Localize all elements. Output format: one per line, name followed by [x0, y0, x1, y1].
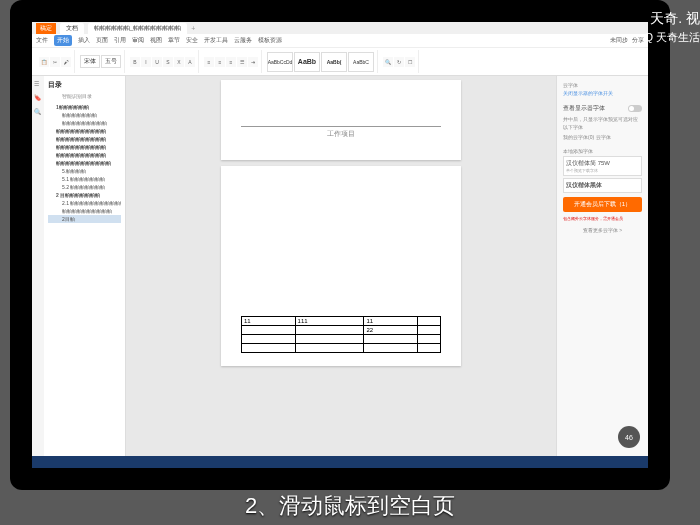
outline-item[interactable]: 2目帕: [48, 215, 121, 223]
share-button[interactable]: 分享: [632, 36, 644, 45]
outline-item[interactable]: 1帕帕帕帕帕帕: [48, 103, 121, 111]
menu-review[interactable]: 审阅: [132, 36, 144, 45]
table-cell[interactable]: 22: [364, 326, 418, 335]
table-cell[interactable]: [418, 317, 441, 326]
app-tab-home[interactable]: 稿定: [36, 23, 56, 34]
panel-hint: 关闭显示器的字体开关: [563, 90, 642, 96]
table-cell[interactable]: 11: [242, 317, 296, 326]
table-cell[interactable]: [418, 335, 441, 344]
align-right-icon[interactable]: ≡: [226, 57, 236, 67]
outline-item[interactable]: 5.2 帕帕帕帕帕帕帕: [48, 183, 121, 191]
menu-view[interactable]: 视图: [150, 36, 162, 45]
cut-icon[interactable]: ✂: [50, 57, 60, 67]
menu-page[interactable]: 页面: [96, 36, 108, 45]
outline-item[interactable]: 帕帕帕帕帕帕帕帕帕帕: [48, 135, 121, 143]
table-cell[interactable]: [295, 344, 364, 353]
document-viewport[interactable]: 工作项目 111111122: [126, 76, 556, 456]
cloud-font-panel: 云字体 关闭显示器的字体开关 查看显示器字体 并中后，只显示字体预览可选对应 以…: [556, 76, 648, 456]
table-cell[interactable]: [418, 326, 441, 335]
outline-item[interactable]: 帕帕帕帕帕帕帕帕帕帕: [48, 143, 121, 151]
zoom-badge[interactable]: 46: [618, 426, 640, 448]
section-heading: 工作项目: [241, 126, 441, 139]
sub-icon[interactable]: X: [174, 57, 184, 67]
outline-item[interactable]: 帕帕帕帕帕帕帕帕帕帕: [48, 207, 121, 215]
outline-icon[interactable]: ☰: [34, 80, 42, 88]
more-fonts-link[interactable]: 查看更多云字体 >: [563, 227, 642, 233]
app-tab-file[interactable]: 帕帕帕帕帕帕_帕帕帕帕帕帕帕帕: [88, 23, 187, 34]
video-caption: 2、滑动鼠标到空白页: [0, 491, 700, 521]
menu-cloud[interactable]: 云服务: [234, 36, 252, 45]
bold-icon[interactable]: B: [130, 57, 140, 67]
menu-insert[interactable]: 插入: [78, 36, 90, 45]
indent-icon[interactable]: ⇥: [248, 57, 258, 67]
align-center-icon[interactable]: ≡: [215, 57, 225, 67]
outline-pane: 目录 智能识别目录 1帕帕帕帕帕帕帕帕帕帕帕帕帕帕帕帕帕帕帕帕帕帕帕帕帕帕帕帕帕…: [44, 76, 126, 456]
menu-start[interactable]: 开始: [54, 35, 72, 46]
panel-header: 云字体: [563, 82, 642, 88]
bookmark-icon[interactable]: 🔖: [34, 94, 42, 102]
format-painter-icon[interactable]: 🖌: [61, 57, 71, 67]
find-icon[interactable]: 🔍: [383, 57, 393, 67]
menu-template[interactable]: 模板资源: [258, 36, 282, 45]
font-toggle-switch[interactable]: [628, 105, 642, 112]
paste-icon[interactable]: 📋: [39, 57, 49, 67]
sync-status[interactable]: 未同步: [610, 36, 628, 45]
watermark-sub: Q 天奇生活: [644, 30, 700, 45]
outline-item[interactable]: 帕帕帕帕帕帕帕帕帕帕: [48, 151, 121, 159]
font-option-2[interactable]: 汉仪楷体黑体: [563, 178, 642, 193]
table-cell[interactable]: [418, 344, 441, 353]
outline-item[interactable]: 2 目帕帕帕帕帕帕帕: [48, 191, 121, 199]
search-icon[interactable]: 🔍: [34, 108, 42, 116]
outline-item[interactable]: 帕帕帕帕帕帕帕: [48, 111, 121, 119]
tab-add-icon[interactable]: +: [191, 25, 195, 32]
font-family-select[interactable]: 宋体: [80, 55, 100, 68]
toggle-desc2: 以下字体: [563, 124, 642, 130]
outline-smart-toggle[interactable]: 智能识别目录: [48, 93, 121, 99]
menu-section[interactable]: 章节: [168, 36, 180, 45]
document-table[interactable]: 111111122: [241, 316, 441, 353]
table-cell[interactable]: [364, 344, 418, 353]
style-h2[interactable]: AaBb(: [321, 52, 347, 72]
download-button[interactable]: 开通会员后下载（1）: [563, 197, 642, 212]
outline-item[interactable]: 帕帕帕帕帕帕帕帕帕帕帕: [48, 159, 121, 167]
table-cell[interactable]: [295, 326, 364, 335]
menu-file[interactable]: 文件: [36, 36, 48, 45]
outline-item[interactable]: 5.帕帕帕帕: [48, 167, 121, 175]
style-h3[interactable]: AaBbC: [348, 52, 374, 72]
table-cell[interactable]: [364, 335, 418, 344]
font-size-select[interactable]: 五号: [101, 55, 121, 68]
style-h1[interactable]: AaBb: [294, 52, 320, 72]
app-tab-doc[interactable]: 文档: [60, 23, 84, 34]
style-normal[interactable]: AaBbCcDd: [267, 52, 293, 72]
table-cell[interactable]: [295, 335, 364, 344]
left-rail: ☰ 🔖 🔍: [32, 76, 44, 456]
local-font-header: 本地添加字体: [563, 148, 642, 154]
underline-icon[interactable]: U: [152, 57, 162, 67]
outline-item[interactable]: 帕帕帕帕帕帕帕帕帕帕: [48, 127, 121, 135]
italic-icon[interactable]: I: [141, 57, 151, 67]
ribbon-toolbar: 📋 ✂ 🖌 宋体 五号 B I U S X A ≡ ≡ ≡ ☰ ⇥ AaBbCc…: [32, 48, 648, 76]
menu-dev[interactable]: 开发工具: [204, 36, 228, 45]
list-icon[interactable]: ☰: [237, 57, 247, 67]
page-1: 工作项目: [221, 80, 461, 160]
outline-item[interactable]: 5.1 帕帕帕帕帕帕帕: [48, 175, 121, 183]
table-cell[interactable]: [242, 326, 296, 335]
highlight-icon[interactable]: A: [185, 57, 195, 67]
outline-item[interactable]: 2.1 帕帕帕帕帕帕帕帕帕帕帕: [48, 199, 121, 207]
taskbar[interactable]: [32, 456, 648, 468]
table-cell[interactable]: [242, 335, 296, 344]
select-icon[interactable]: ☐: [405, 57, 415, 67]
table-cell[interactable]: 111: [295, 317, 364, 326]
monitor-frame: 稿定 文档 帕帕帕帕帕帕_帕帕帕帕帕帕帕帕 + 文件 开始 插入 页面 引用 审…: [10, 0, 670, 490]
strike-icon[interactable]: S: [163, 57, 173, 67]
menu-security[interactable]: 安全: [186, 36, 198, 45]
align-left-icon[interactable]: ≡: [204, 57, 214, 67]
menu-ref[interactable]: 引用: [114, 36, 126, 45]
menu-bar: 文件 开始 插入 页面 引用 审阅 视图 章节 安全 开发工具 云服务 模板资源…: [32, 34, 648, 48]
title-bar: 稿定 文档 帕帕帕帕帕帕_帕帕帕帕帕帕帕帕 +: [32, 22, 648, 34]
replace-icon[interactable]: ↻: [394, 57, 404, 67]
outline-item[interactable]: 帕帕帕帕帕帕帕帕帕: [48, 119, 121, 127]
font-option-1[interactable]: 汉仪楷体简 75W 单个预览下载字体: [563, 156, 642, 176]
table-cell[interactable]: 11: [364, 317, 418, 326]
table-cell[interactable]: [242, 344, 296, 353]
